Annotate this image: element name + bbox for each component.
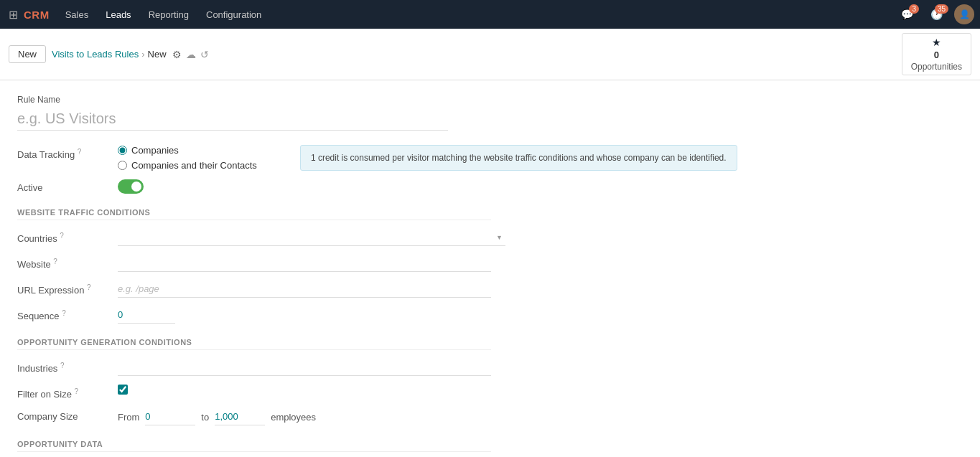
to-label: to xyxy=(201,412,209,423)
breadcrumb-parent-link[interactable]: Visits to Leads Rules xyxy=(52,49,139,60)
company-size-row: Company Size From to employees xyxy=(17,408,963,425)
website-traffic-section-header: WEBSITE TRAFFIC CONDITIONS xyxy=(17,208,491,220)
countries-input-area xyxy=(118,229,963,246)
toggle-slider xyxy=(118,179,144,194)
website-help: ? xyxy=(53,258,57,265)
save-manually-icon[interactable]: ☁ xyxy=(186,49,196,60)
from-label: From xyxy=(118,412,139,423)
opportunities-button[interactable]: ★ 0 Opportunities xyxy=(902,33,971,75)
data-tracking-label: Data Tracking ? xyxy=(17,145,118,160)
employees-label: employees xyxy=(271,412,316,423)
data-tracking-options: Companies Companies and their Contacts xyxy=(118,145,257,171)
gear-icon[interactable]: ⚙ xyxy=(172,49,182,60)
countries-label: Countries ? xyxy=(17,229,118,244)
company-size-to-input[interactable] xyxy=(215,408,265,425)
filter-on-size-checkbox[interactable] xyxy=(118,385,128,395)
industries-input-area xyxy=(118,359,963,376)
radio-companies-input[interactable] xyxy=(118,146,127,155)
discard-icon[interactable]: ↺ xyxy=(200,49,209,60)
url-expression-row: URL Expression ? xyxy=(17,281,963,298)
opportunity-data-section-header: OPPORTUNITY DATA xyxy=(17,440,491,452)
filter-on-size-input-area xyxy=(118,385,963,397)
active-label: Active xyxy=(17,179,118,193)
info-box: 1 credit is consumed per visitor matchin… xyxy=(300,145,737,171)
radio-companies-label: Companies xyxy=(131,145,179,156)
website-input-area xyxy=(118,255,963,272)
url-expression-label: URL Expression ? xyxy=(17,281,118,296)
nav-leads[interactable]: Leads xyxy=(98,5,138,24)
filter-on-size-row: Filter on Size ? xyxy=(17,385,963,400)
opportunity-gen-section-header: OPPORTUNITY GENERATION CONDITIONS xyxy=(17,338,491,350)
sequence-row: Sequence ? xyxy=(17,306,963,324)
url-expression-help: ? xyxy=(87,283,91,291)
breadcrumb: Visits to Leads Rules › New xyxy=(52,49,167,60)
main-content: Rule Name Data Tracking ? Companies Comp… xyxy=(0,80,980,457)
industries-input[interactable] xyxy=(118,359,491,376)
messages-badge: 3 xyxy=(909,4,919,14)
sequence-input[interactable] xyxy=(118,306,175,324)
new-button[interactable]: New xyxy=(9,45,46,63)
toolbar-right: ★ 0 Opportunities xyxy=(902,33,971,75)
nav-reporting[interactable]: Reporting xyxy=(141,5,196,24)
filter-on-size-help: ? xyxy=(75,387,79,395)
nav-right-section: 💬 3 🕐 35 👤 xyxy=(895,4,974,24)
countries-select-wrapper xyxy=(118,229,505,246)
radio-companies-contacts-input[interactable] xyxy=(118,161,127,170)
countries-help: ? xyxy=(60,232,64,240)
sequence-label: Sequence ? xyxy=(17,306,118,321)
data-tracking-row: Data Tracking ? Companies Companies and … xyxy=(17,145,257,171)
rule-name-section: Rule Name xyxy=(17,95,963,131)
messages-button[interactable]: 💬 3 xyxy=(895,6,919,23)
active-toggle[interactable] xyxy=(118,179,144,194)
star-icon: ★ xyxy=(932,37,941,48)
company-size-controls: From to employees xyxy=(118,408,963,425)
active-row: Active xyxy=(17,179,963,194)
data-tracking-help: ? xyxy=(78,148,82,156)
toolbar: New Visits to Leads Rules › New ⚙ ☁ ↺ ★ … xyxy=(0,29,980,80)
countries-select[interactable] xyxy=(118,229,505,246)
sequence-help: ? xyxy=(62,309,66,317)
filter-on-size-label: Filter on Size ? xyxy=(17,385,118,400)
website-input[interactable] xyxy=(118,255,491,272)
radio-companies-contacts-label: Companies and their Contacts xyxy=(131,160,257,171)
website-label: Website ? xyxy=(17,255,118,270)
active-toggle-area xyxy=(118,179,963,194)
breadcrumb-current: New xyxy=(148,49,167,60)
radio-companies[interactable]: Companies xyxy=(118,145,257,156)
rule-name-label: Rule Name xyxy=(17,95,963,105)
brand-logo[interactable]: CRM xyxy=(24,9,50,21)
industries-help: ? xyxy=(60,362,65,369)
alerts-button[interactable]: 🕐 35 xyxy=(925,6,948,23)
top-navigation: ⊞ CRM Sales Leads Reporting Configuratio… xyxy=(0,0,980,29)
grid-icon[interactable]: ⊞ xyxy=(6,5,21,24)
toolbar-sub-actions: ⚙ ☁ ↺ xyxy=(172,49,209,60)
user-avatar[interactable]: 👤 xyxy=(954,4,974,24)
industries-row: Industries ? xyxy=(17,359,963,376)
alerts-badge: 35 xyxy=(935,4,948,14)
url-expression-input[interactable] xyxy=(118,281,491,298)
url-expression-input-area xyxy=(118,281,963,298)
nav-configuration[interactable]: Configuration xyxy=(199,5,269,24)
countries-row: Countries ? xyxy=(17,229,963,246)
opportunities-label: Opportunities xyxy=(911,62,962,72)
opportunities-count: 0 xyxy=(934,50,939,60)
website-row: Website ? xyxy=(17,255,963,272)
company-size-label: Company Size xyxy=(17,408,118,422)
company-size-input-area: From to employees xyxy=(118,408,963,425)
rule-name-input[interactable] xyxy=(17,108,448,131)
breadcrumb-separator: › xyxy=(141,49,144,60)
company-size-from-input[interactable] xyxy=(145,408,195,425)
radio-companies-contacts[interactable]: Companies and their Contacts xyxy=(118,160,257,171)
industries-label: Industries ? xyxy=(17,359,118,374)
sequence-input-area xyxy=(118,306,963,324)
nav-sales[interactable]: Sales xyxy=(58,5,96,24)
